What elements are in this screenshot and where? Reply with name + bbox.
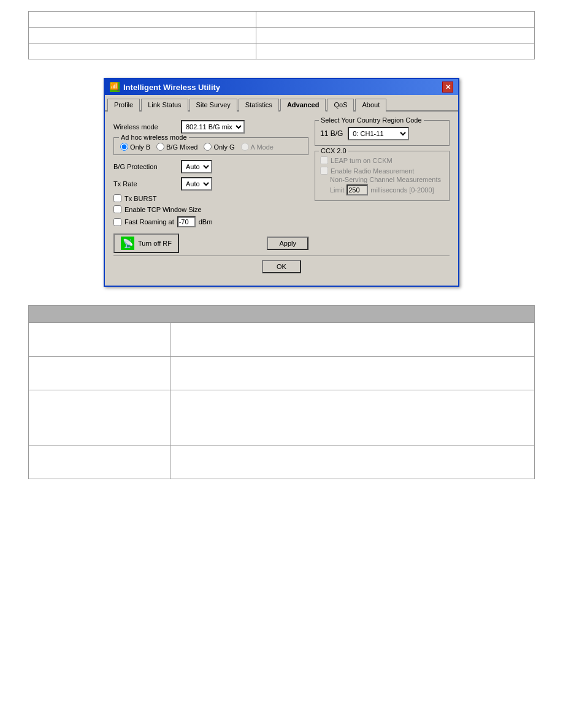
wireless-mode-label: Wireless mode (113, 123, 181, 131)
turn-off-rf-button[interactable]: 📡 Turn off RF (113, 233, 179, 253)
dialog-title: Intelligent Wireless Utility (123, 83, 220, 92)
radio-meas-item: Enable Radio Measurement (320, 167, 444, 175)
dialog-body: Wireless mode 802.11 B/G mix Ad hoc wire… (105, 112, 458, 286)
adhoc-radio-group: Only B B/G Mixed Only G (120, 143, 302, 151)
tab-profile[interactable]: Profile (107, 99, 140, 112)
rf-icon: 📡 (121, 237, 134, 250)
wireless-mode-row: Wireless mode 802.11 B/G mix (113, 120, 308, 134)
tab-bar: Profile Link Status Site Survey Statisti… (105, 95, 458, 112)
tcp-window-row: Enable TCP Window Size (113, 205, 308, 213)
country-legend: Select Your Country Region Code (319, 116, 424, 124)
top-table-cell-1-1 (256, 28, 535, 44)
bottom-table-cell-3-right (170, 446, 534, 479)
limit-input (347, 184, 368, 195)
bottom-table-wrapper (28, 305, 535, 479)
fast-roaming-label: Fast Roaming at (124, 218, 174, 226)
tcp-window-label: Enable TCP Window Size (124, 206, 202, 213)
radio-meas-checkbox (320, 167, 328, 175)
top-table-cell-0-1 (256, 12, 535, 28)
bottom-table-cell-2-right (170, 390, 534, 446)
tab-about[interactable]: About (355, 99, 386, 112)
radio-only-b[interactable]: Only B (120, 143, 150, 151)
country-code-select[interactable]: 0: CH1-11 (348, 127, 409, 140)
bottom-table-header-cell (28, 306, 534, 323)
tab-statistics[interactable]: Statistics (239, 99, 279, 112)
radio-only-g[interactable]: Only G (204, 143, 234, 151)
tcp-window-checkbox[interactable] (113, 205, 121, 213)
non-serving-label: Non-Serving Channel Measurements (320, 176, 444, 183)
ccx-box: CCX 2.0 LEAP turn on CCKM Enable Radio M… (315, 151, 450, 201)
close-button[interactable]: ✕ (442, 82, 453, 93)
bottom-table-row-3 (28, 446, 534, 479)
fast-roaming-row: Fast Roaming at dBm (113, 216, 308, 227)
limit-label: Limit (330, 186, 344, 194)
tx-burst-label: Tx BURST (124, 195, 157, 202)
bg-protection-row: B/G Protection Auto (113, 160, 308, 173)
top-table-cell-2-0 (28, 44, 256, 59)
tx-rate-row: Tx Rate Auto (113, 177, 308, 191)
ok-button[interactable]: OK (262, 260, 301, 273)
titlebar: 🔌 Intelligent Wireless Utility ✕ (105, 79, 458, 95)
ccx-legend: CCX 2.0 (319, 147, 348, 154)
bottom-table-cell-2-left (28, 390, 170, 446)
turn-off-rf-label: Turn off RF (138, 240, 172, 247)
bg-protection-select[interactable]: Auto (181, 160, 212, 173)
fast-roaming-unit: dBm (199, 218, 213, 226)
leap-label: LEAP turn on CCKM (331, 157, 393, 164)
tab-advanced[interactable]: Advanced (280, 99, 326, 112)
app-icon: 🔌 (110, 82, 120, 92)
left-column: Wireless mode 802.11 B/G mix Ad hoc wire… (113, 120, 308, 253)
tab-qos[interactable]: QoS (327, 99, 354, 112)
leap-checkbox (320, 156, 328, 164)
radio-bg-mixed[interactable]: B/G Mixed (156, 143, 197, 151)
tab-site-survey[interactable]: Site Survey (190, 99, 237, 112)
bottom-table-header (28, 306, 534, 323)
radio-meas-label: Enable Radio Measurement (331, 167, 414, 175)
wireless-mode-select[interactable]: 802.11 B/G mix (181, 120, 245, 134)
titlebar-left: 🔌 Intelligent Wireless Utility (110, 82, 220, 92)
dialog: 🔌 Intelligent Wireless Utility ✕ Profile… (104, 78, 459, 287)
fast-roaming-input[interactable] (177, 216, 196, 227)
tx-burst-row: Tx BURST (113, 194, 308, 202)
limit-row: Limit milliseconds [0-2000] (320, 184, 444, 195)
bottom-table-row-0 (28, 323, 534, 357)
tx-burst-checkbox[interactable] (113, 194, 121, 202)
tx-rate-select[interactable]: Auto (181, 177, 212, 191)
leap-item: LEAP turn on CCKM (320, 156, 444, 164)
bottom-table-cell-0-left (28, 323, 170, 357)
tx-rate-label: Tx Rate (113, 180, 181, 188)
top-table-cell-0-0 (28, 12, 256, 28)
country-band: 11 B/G (320, 129, 343, 138)
fast-roaming-checkbox[interactable] (113, 218, 121, 226)
limit-unit: milliseconds [0-2000] (370, 186, 434, 194)
radio-a-mode: A Mode (241, 143, 274, 151)
top-table (28, 11, 535, 59)
country-row: 11 B/G 0: CH1-11 (320, 127, 444, 140)
main-columns: Wireless mode 802.11 B/G mix Ad hoc wire… (113, 120, 450, 253)
right-column: Select Your Country Region Code 11 B/G 0… (315, 120, 450, 253)
top-table-cell-1-0 (28, 28, 256, 44)
bottom-table-row-1 (28, 357, 534, 390)
bottom-table-cell-0-right (170, 323, 534, 357)
bottom-table-cell-1-right (170, 357, 534, 390)
ok-row: OK (113, 256, 450, 279)
bg-protection-label: B/G Protection (113, 163, 181, 170)
country-box: Select Your Country Region Code 11 B/G 0… (315, 120, 450, 146)
dialog-wrapper: 🔌 Intelligent Wireless Utility ✕ Profile… (0, 78, 563, 287)
apply-button[interactable]: Apply (267, 237, 308, 250)
bottom-buttons-row: 📡 Turn off RF Apply (113, 233, 308, 253)
adhoc-box: Ad hoc wireless mode Only B B/G Mixed (113, 137, 308, 155)
top-table-cell-2-1 (256, 44, 535, 59)
tab-link-status[interactable]: Link Status (141, 99, 188, 112)
bottom-table-cell-3-left (28, 446, 170, 479)
adhoc-legend: Ad hoc wireless mode (119, 134, 189, 141)
bottom-table-cell-1-left (28, 357, 170, 390)
bottom-table (28, 305, 535, 479)
bottom-table-row-2 (28, 390, 534, 446)
